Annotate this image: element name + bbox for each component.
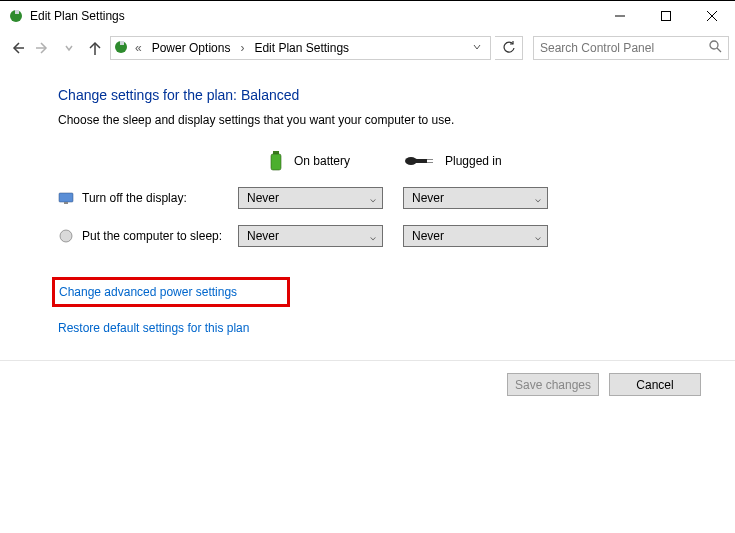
back-button[interactable] — [6, 36, 28, 60]
setting-sleep: Put the computer to sleep: Never ⌵ Never… — [58, 225, 735, 247]
display-icon — [58, 190, 74, 206]
recent-dropdown[interactable] — [58, 36, 80, 60]
column-plugged: Plugged in — [403, 153, 568, 169]
svg-rect-10 — [120, 41, 124, 45]
search-icon — [709, 40, 722, 56]
svg-line-12 — [717, 48, 721, 52]
chevron-right-icon: › — [238, 41, 246, 55]
sleep-plugged-select[interactable]: Never ⌵ — [403, 225, 548, 247]
svg-rect-21 — [64, 202, 68, 204]
sleep-icon — [58, 228, 74, 244]
chevron-down-icon: ⌵ — [370, 231, 376, 242]
search-placeholder: Search Control Panel — [540, 41, 703, 55]
up-button[interactable] — [84, 36, 106, 60]
cancel-button[interactable]: Cancel — [609, 373, 701, 396]
navigation-row: « Power Options › Edit Plan Settings Sea… — [0, 31, 735, 65]
forward-button[interactable] — [32, 36, 54, 60]
sleep-battery-select[interactable]: Never ⌵ — [238, 225, 383, 247]
address-icon — [113, 39, 129, 58]
page-title: Change settings for the plan: Balanced — [58, 87, 735, 103]
svg-rect-17 — [415, 159, 427, 163]
close-button[interactable] — [689, 1, 735, 31]
setting-display: Turn off the display: Never ⌵ Never ⌵ — [58, 187, 735, 209]
column-plugged-label: Plugged in — [445, 154, 502, 168]
main-content: Change settings for the plan: Balanced C… — [0, 65, 735, 335]
setting-display-label: Turn off the display: — [82, 191, 187, 205]
breadcrumb-current[interactable]: Edit Plan Settings — [250, 41, 353, 55]
battery-icon — [268, 149, 284, 173]
column-headers: On battery Plugged in — [238, 149, 735, 173]
svg-rect-20 — [59, 193, 73, 202]
display-plugged-select[interactable]: Never ⌵ — [403, 187, 548, 209]
links-section: Change advanced power settings Restore d… — [58, 277, 735, 335]
setting-sleep-label: Put the computer to sleep: — [82, 229, 222, 243]
chevron-down-icon: ⌵ — [370, 193, 376, 204]
advanced-settings-link[interactable]: Change advanced power settings — [52, 277, 290, 307]
chevron-down-icon: ⌵ — [535, 231, 541, 242]
display-battery-select[interactable]: Never ⌵ — [238, 187, 383, 209]
search-input[interactable]: Search Control Panel — [533, 36, 729, 60]
address-bar[interactable]: « Power Options › Edit Plan Settings — [110, 36, 491, 60]
chevron-down-icon: ⌵ — [535, 193, 541, 204]
window-title: Edit Plan Settings — [30, 9, 597, 23]
minimize-button[interactable] — [597, 1, 643, 31]
svg-point-11 — [710, 41, 718, 49]
page-subtitle: Choose the sleep and display settings th… — [58, 113, 735, 127]
column-battery: On battery — [238, 149, 403, 173]
display-plugged-value: Never — [412, 191, 535, 205]
save-button[interactable]: Save changes — [507, 373, 599, 396]
sleep-plugged-value: Never — [412, 229, 535, 243]
address-dropdown[interactable] — [466, 41, 488, 55]
column-battery-label: On battery — [294, 154, 350, 168]
svg-point-22 — [60, 230, 72, 242]
footer: Save changes Cancel — [0, 360, 735, 396]
titlebar: Edit Plan Settings — [0, 1, 735, 31]
refresh-button[interactable] — [495, 36, 523, 60]
app-icon — [8, 8, 24, 24]
breadcrumb-root-chevron-icon[interactable]: « — [133, 41, 144, 55]
svg-rect-3 — [662, 12, 671, 21]
restore-defaults-link[interactable]: Restore default settings for this plan — [58, 321, 735, 335]
plug-icon — [403, 153, 435, 169]
svg-rect-14 — [271, 154, 281, 170]
breadcrumb-root[interactable]: Power Options — [148, 41, 235, 55]
maximize-button[interactable] — [643, 1, 689, 31]
window-controls — [597, 1, 735, 31]
display-battery-value: Never — [247, 191, 370, 205]
svg-rect-13 — [273, 151, 279, 154]
sleep-battery-value: Never — [247, 229, 370, 243]
svg-rect-1 — [15, 10, 19, 14]
